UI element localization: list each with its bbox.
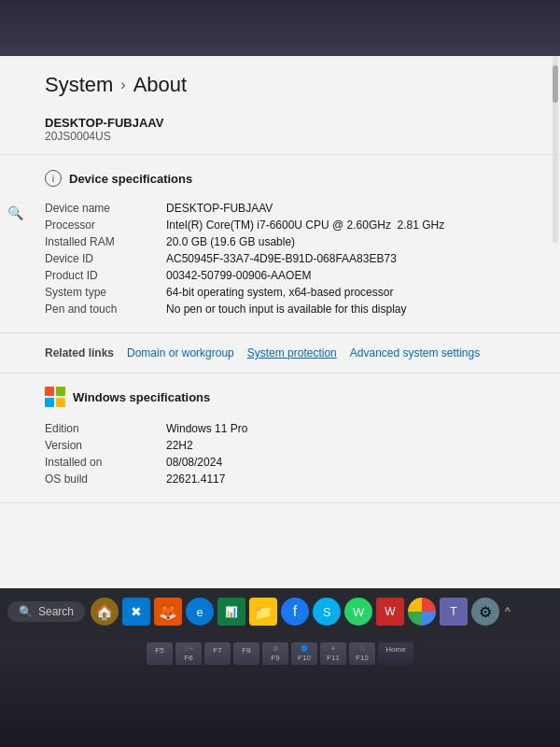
left-search-icon[interactable]: 🔍 xyxy=(7,205,26,224)
taskbar-icon-chrome[interactable] xyxy=(408,598,436,626)
taskbar: 🔍 Search 🏠 ✖ 🦊 e 📊 📁 f S W W T ⚙ ^ xyxy=(0,588,560,635)
info-icon: i xyxy=(45,170,62,187)
taskbar-icon-w[interactable]: W xyxy=(376,598,404,626)
computer-model: 20JS0004US xyxy=(45,130,515,143)
taskbar-icon-vscode[interactable]: ✖ xyxy=(122,598,150,626)
breadcrumb-chevron: › xyxy=(120,77,125,93)
spec-value-device-name: DESKTOP-FUBJAAV xyxy=(166,202,515,215)
taskbar-icon-facebook[interactable]: f xyxy=(281,598,309,626)
taskbar-icon-settings[interactable]: ⚙ xyxy=(471,598,499,626)
keyboard-row-fn: F5 ☆+ F6 F7 F8 ⚙ F9 🔵 F10 xyxy=(6,642,554,665)
breadcrumb-system[interactable]: System xyxy=(45,73,113,97)
spec-value-os-build: 22621.4117 xyxy=(166,472,515,486)
related-links-label: Related links xyxy=(45,346,114,359)
spec-row-system-type: System type 64-bit operating system, x64… xyxy=(45,284,515,301)
search-icon: 🔍 xyxy=(19,605,33,618)
spec-row-processor: Processor Intel(R) Core(TM) i7-6600U CPU… xyxy=(45,217,515,233)
device-specs-header: i Device specifications xyxy=(45,170,515,187)
spec-row-edition: Edition Windows 11 Pro xyxy=(45,420,515,437)
taskbar-icon-firefox[interactable]: 🦊 xyxy=(154,598,182,626)
key-f9[interactable]: ⚙ F9 xyxy=(262,642,288,665)
spec-label-installed-on: Installed on xyxy=(45,456,166,469)
spec-label-product-id: Product ID xyxy=(45,269,166,282)
spec-value-system-type: 64-bit operating system, x64-based proce… xyxy=(166,286,515,299)
spec-row-device-id: Device ID AC50945F-33A7-4D9E-B91D-068FAA… xyxy=(45,250,515,267)
windows-icon-sq-3 xyxy=(45,398,54,407)
taskbar-icon-skype[interactable]: S xyxy=(313,598,341,626)
spec-value-pen-touch: No pen or touch input is available for t… xyxy=(166,303,515,316)
device-specs-title: Device specifications xyxy=(69,172,192,186)
key-f7[interactable]: F7 xyxy=(204,642,231,665)
spec-row-installed-on: Installed on 08/08/2024 xyxy=(45,454,515,471)
taskbar-icon-excel[interactable]: 📊 xyxy=(217,598,245,626)
device-specs-section: i Device specifications Device name DESK… xyxy=(0,155,560,333)
spec-row-pen-touch: Pen and touch No pen or touch input is a… xyxy=(45,301,515,317)
link-domain-workgroup[interactable]: Domain or workgroup xyxy=(123,346,238,359)
scrollbar[interactable] xyxy=(553,56,558,243)
spec-row-product-id: Product ID 00342-50799-00906-AAOEM xyxy=(45,267,515,284)
search-label: Search xyxy=(38,605,74,618)
spec-value-product-id: 00342-50799-00906-AAOEM xyxy=(166,269,515,282)
spec-row-version: Version 22H2 xyxy=(45,437,515,454)
windows-icon xyxy=(45,387,65,407)
related-links-section: Related links Domain or workgroup System… xyxy=(0,333,560,374)
key-f11[interactable]: ✦ F11 xyxy=(320,642,346,665)
spec-label-version: Version xyxy=(45,439,166,452)
spec-value-processor: Intel(R) Core(TM) i7-6600U CPU @ 2.60GHz… xyxy=(166,218,515,232)
windows-icon-sq-2 xyxy=(56,387,65,396)
screen: 🔍 System › About DESKTOP-FUBJAAV 20JS000… xyxy=(0,0,560,747)
spec-label-ram: Installed RAM xyxy=(45,235,166,248)
windows-icon-sq-1 xyxy=(45,387,54,396)
spec-row-device-name: Device name DESKTOP-FUBJAAV xyxy=(45,200,515,217)
link-advanced-settings[interactable]: Advanced system settings xyxy=(346,346,483,359)
spec-row-ram: Installed RAM 20.0 GB (19.6 GB usable) xyxy=(45,233,515,250)
top-bezel xyxy=(0,0,560,56)
taskbar-search[interactable]: 🔍 Search xyxy=(7,601,85,622)
spec-label-system-type: System type xyxy=(45,286,166,299)
keyboard-area: F5 ☆+ F6 F7 F8 ⚙ F9 🔵 F10 xyxy=(0,635,560,747)
spec-label-pen-touch: Pen and touch xyxy=(45,303,166,316)
spec-label-processor: Processor xyxy=(45,218,166,232)
key-home[interactable]: Home xyxy=(378,642,413,665)
taskbar-icon-house[interactable]: 🏠 xyxy=(91,598,119,626)
windows-icon-sq-4 xyxy=(56,398,65,407)
key-f5[interactable]: F5 xyxy=(147,642,173,665)
windows-specs-header: Windows specifications xyxy=(45,387,515,407)
scrollbar-thumb[interactable] xyxy=(553,65,558,103)
spec-row-os-build: OS build 22621.4117 xyxy=(45,471,515,487)
spec-label-os-build: OS build xyxy=(45,472,166,486)
spec-value-version: 22H2 xyxy=(166,439,515,452)
breadcrumb: System › About xyxy=(0,56,560,110)
device-specs-table: Device name DESKTOP-FUBJAAV Processor In… xyxy=(45,200,515,317)
computer-name: DESKTOP-FUBJAAV xyxy=(45,116,515,130)
content-area: System › About DESKTOP-FUBJAAV 20JS0004U… xyxy=(0,56,560,598)
spec-value-ram: 20.0 GB (19.6 GB usable) xyxy=(166,235,515,248)
taskbar-icon-teams[interactable]: T xyxy=(440,598,468,626)
windows-specs-section: Windows specifications Edition Windows 1… xyxy=(0,374,560,503)
taskbar-icon-files[interactable]: 📁 xyxy=(249,598,277,626)
spec-value-installed-on: 08/08/2024 xyxy=(166,456,515,469)
key-f6[interactable]: ☆+ F6 xyxy=(175,642,202,665)
spec-label-device-name: Device name xyxy=(45,202,166,215)
computer-name-section: DESKTOP-FUBJAAV 20JS0004US xyxy=(0,110,560,155)
spec-value-edition: Windows 11 Pro xyxy=(166,422,515,435)
link-system-protection[interactable]: System protection xyxy=(244,346,341,359)
key-f12[interactable]: ☆ F12 xyxy=(349,642,375,665)
taskbar-icons: 🏠 ✖ 🦊 e 📊 📁 f S W W T ⚙ xyxy=(91,598,499,626)
spec-label-edition: Edition xyxy=(45,422,166,435)
key-f10[interactable]: 🔵 F10 xyxy=(291,642,317,665)
breadcrumb-about: About xyxy=(133,73,188,97)
key-f8[interactable]: F8 xyxy=(233,642,259,665)
windows-specs-title: Windows specifications xyxy=(73,390,210,404)
taskbar-icon-edge[interactable]: e xyxy=(186,598,214,626)
spec-label-device-id: Device ID xyxy=(45,252,166,265)
taskbar-overflow-arrow[interactable]: ^ xyxy=(505,605,511,618)
windows-specs-table: Edition Windows 11 Pro Version 22H2 Inst… xyxy=(45,420,515,487)
taskbar-icon-whatsapp[interactable]: W xyxy=(344,598,372,626)
spec-value-device-id: AC50945F-33A7-4D9E-B91D-068FAA83EB73 xyxy=(166,252,515,265)
